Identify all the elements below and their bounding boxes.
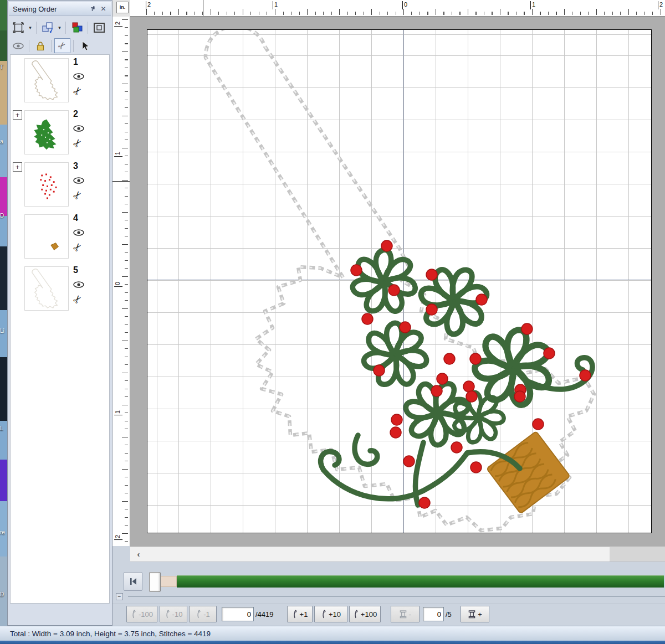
item-4-thumbnail[interactable] [24,214,69,259]
panel-title: Sewing Order [13,5,88,13]
forward-1-button[interactable]: +1 [287,606,313,622]
lock-icon [35,40,45,51]
forward-10-button[interactable]: +10 [314,606,347,622]
desktop-icon-label: a [0,138,3,145]
button-label: +1 [300,610,308,619]
color-count-field[interactable] [423,607,444,621]
sewing-item-3[interactable]: + 3 [11,159,109,211]
back-100-button[interactable]: -100 [126,606,157,622]
eye-icon [73,229,85,236]
stitch-total-label: /4419 [255,610,274,619]
ruler-position-marker [112,181,130,182]
item-2-sew-toggle[interactable]: ✂ [70,136,85,151]
ruler-label: 1 [114,152,122,157]
order-dropdown-arrow[interactable]: ▾ [57,25,63,30]
green-fill-layer-preview [25,111,68,154]
scroll-left-button[interactable]: ‹ [131,548,146,561]
toolbar-separator [88,22,88,34]
frame-arrows-icon [12,22,24,34]
forward-100-button[interactable]: +100 [349,606,381,622]
stitch-progress-track[interactable] [146,574,664,589]
color-squares-icon [71,22,83,34]
button-label: -10 [172,610,183,619]
scrollbar-thumb[interactable] [610,547,665,561]
simulator-button-row: -100 -10 -1 /4419 +1 +10 [112,604,665,626]
spool-icon [399,610,407,619]
item-3-expand-button[interactable]: + [13,162,22,172]
hoop-view-button[interactable] [91,20,107,35]
next-color-button[interactable]: + [461,606,489,622]
ruler-label: 0 [402,1,407,9]
item-3-visibility-toggle[interactable] [73,177,85,187]
eye-icon [73,125,85,132]
desktop-segment [0,246,7,310]
ruler-label: 2 [146,1,151,9]
sewing-item-4[interactable]: 4 ✂ [11,211,109,263]
button-label: +100 [361,610,377,619]
stitch-simulator-area: − [112,563,665,604]
hide-region-button[interactable] [10,38,26,53]
lock-region-button[interactable] [32,38,48,53]
item-5-thumbnail[interactable] [24,266,69,311]
item-3-thumbnail[interactable] [24,162,69,207]
ruler-label: 0 [114,282,122,287]
zoom-to-selection-button[interactable] [10,20,26,35]
thread-color-button[interactable] [69,20,85,35]
back-1-button[interactable]: -1 [189,606,217,622]
item-5-visibility-toggle[interactable] [73,281,85,291]
panel-titlebar[interactable]: Sewing Order ✕ [9,2,111,16]
remaining-portion [177,575,664,588]
sewing-item-5[interactable]: 5 ✂ [11,263,109,315]
design-page[interactable] [147,29,652,533]
ruler-horizontal: 2 1 0 1 2 [130,0,665,17]
stitch-slider-handle[interactable] [149,572,161,592]
pot[interactable] [487,431,570,514]
desktop-icon-label: D [0,591,4,597]
item-1-visibility-toggle[interactable] [73,73,85,83]
item-4-visibility-toggle[interactable] [73,229,85,239]
needle-icon [353,610,359,619]
design-workspace[interactable] [130,17,665,546]
select-tool-button[interactable] [76,38,93,53]
item-1-thumbnail[interactable] [24,58,69,102]
change-order-button[interactable] [39,20,55,35]
sewing-item-2[interactable]: + 2 ✂ [11,107,109,159]
vine-stem [415,442,423,505]
item-2-expand-button[interactable]: + [13,110,22,120]
desktop-icon-label: re [0,529,5,535]
button-label: -1 [203,610,210,619]
spool-icon [468,610,476,619]
vine-curl [355,435,377,464]
panel-toolbar-row1: ▾ ▾ [10,18,107,37]
embroidery-design[interactable] [147,30,652,534]
eye-icon [12,42,24,50]
desktop-segment [0,460,7,501]
ruler-label: 1 [530,1,535,9]
zoom-dropdown-arrow[interactable]: ▾ [27,25,33,30]
item-5-sew-toggle[interactable]: ✂ [70,292,85,307]
close-button[interactable]: ✕ [98,4,109,14]
previous-color-button[interactable]: - [391,606,420,622]
stitch-count-field[interactable] [222,607,254,621]
item-2-thumbnail[interactable] [24,110,69,154]
ruler-vertical: 2 1 0 1 2 [112,17,130,546]
needle-icon [196,610,202,619]
back-10-button[interactable]: -10 [160,606,187,622]
item-4-sew-toggle[interactable]: ✂ [70,240,85,255]
not-sew-button[interactable]: ✂ [54,38,70,53]
sewing-item-1[interactable]: 1 ✂ [11,55,109,107]
item-2-visibility-toggle[interactable] [73,125,85,135]
pin-button[interactable] [88,4,98,14]
status-text: Total : Width = 3.09 inch, Height = 3.75… [10,630,211,638]
toolbar-separator [29,40,29,52]
ruler-unit-box[interactable]: in. [116,2,129,13]
item-1-sew-toggle[interactable]: ✂ [70,84,85,99]
item-3-sew-toggle[interactable]: ✂ [70,188,85,203]
desktop-background-strip: T a D Li L re D [0,0,7,626]
outline-layer-preview [25,59,68,102]
rewind-button[interactable] [124,572,142,591]
collapse-button[interactable]: − [116,593,123,600]
horizontal-scrollbar[interactable]: ‹ [130,546,665,562]
gold-pot-layer-preview [25,215,68,258]
splitter-line[interactable] [128,596,665,597]
